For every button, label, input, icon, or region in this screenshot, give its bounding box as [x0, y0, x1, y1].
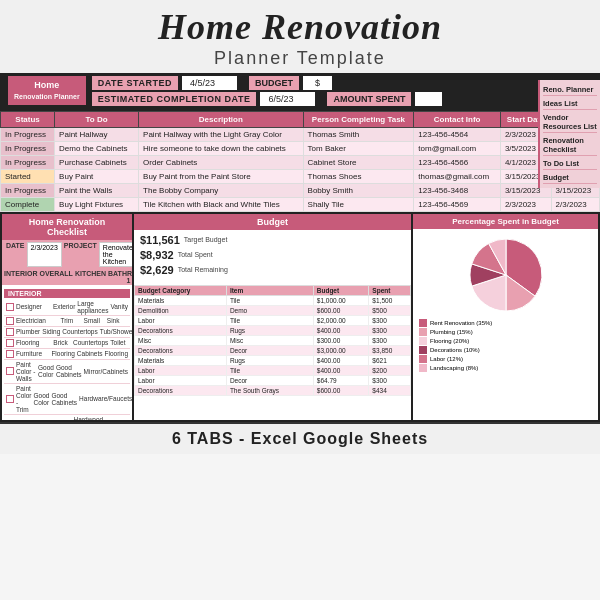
- pie-chart-area: [413, 229, 598, 317]
- pie-legend-item: Rent Renovation (35%): [419, 319, 592, 327]
- checklist-project[interactable]: Renovate the Kitchen: [99, 242, 132, 267]
- table-cell: Hire someone to take down the cabinets: [139, 141, 304, 155]
- amount-spent-group: AMOUNT SPENT: [327, 92, 442, 106]
- table-cell: Tile Kitchen with Black and White Tiles: [139, 197, 304, 211]
- checklist-checkbox[interactable]: [6, 303, 14, 311]
- col-status: Status: [1, 111, 55, 127]
- budget-cell: $600.00: [313, 305, 369, 315]
- date-started-row: DATE STARTED 4/5/23 BUDGET $: [92, 76, 592, 90]
- table-cell: 123-456-3468: [414, 183, 501, 197]
- pie-legend-label: Plumbing (15%): [430, 329, 473, 335]
- checklist-panel: Home Renovation Checklist DATE 2/3/2023 …: [2, 214, 132, 420]
- project-field-label: PROJECT: [64, 242, 97, 267]
- pie-legend: Rent Renovation (35%) Plumbing (15%) Flo…: [413, 317, 598, 374]
- budget-cell: The South Grays: [226, 385, 313, 395]
- pie-legend-color: [419, 328, 427, 336]
- table-cell: The Bobby Company: [139, 183, 304, 197]
- sidebar-item[interactable]: Renovation Checklist: [543, 135, 597, 156]
- pie-legend-color: [419, 337, 427, 345]
- budget-cell: Misc: [135, 335, 227, 345]
- budget-row: DemolitionDemo$600.00$500: [135, 305, 411, 315]
- completion-label: ESTIMATED COMPLETION DATE: [92, 92, 257, 106]
- col-person: Person Completing Task: [303, 111, 414, 127]
- table-row: StartedBuy PaintBuy Paint from the Paint…: [1, 169, 600, 183]
- checklist-item: Electrician: [16, 317, 58, 324]
- budget-row: LaborDecor$64.79$300: [135, 375, 411, 385]
- list-item: Plumber Siding Countertops Tub/Shower: [4, 327, 130, 338]
- pie-legend-item: Labor (12%): [419, 355, 592, 363]
- logo: Home Renovation Planner: [8, 76, 86, 106]
- amount-spent-label: AMOUNT SPENT: [327, 92, 411, 106]
- checklist-overall: Good Color: [38, 364, 54, 378]
- info-bar: Home Renovation Planner DATE STARTED 4/5…: [0, 73, 600, 109]
- checklist-overall: Flooring: [51, 350, 74, 357]
- checklist-header: Home Renovation Checklist: [2, 214, 132, 240]
- pie-legend-color: [419, 355, 427, 363]
- checklist-bathroom: Toilet: [110, 339, 128, 346]
- budget-col-header: Budget Category: [135, 285, 227, 295]
- budget-row: MaterialsRugs$400.00$621: [135, 355, 411, 365]
- pie-svg: [466, 235, 546, 315]
- budget-row: LaborTile$2,000.00$300: [135, 315, 411, 325]
- main-table: Status To Do Description Person Completi…: [0, 111, 600, 212]
- sidebar-item[interactable]: Reno. Planner: [543, 84, 597, 96]
- checklist-checkbox[interactable]: [6, 317, 14, 325]
- checklist-checkbox[interactable]: [6, 328, 14, 336]
- checklist-checkbox[interactable]: [6, 339, 14, 347]
- budget-table: Budget CategoryItemBudgetSpent Materials…: [134, 285, 411, 396]
- budget-cell: $300: [369, 335, 411, 345]
- sidebar-item[interactable]: Ideas List: [543, 98, 597, 110]
- sidebar-item[interactable]: To Do List: [543, 158, 597, 170]
- checklist-cols: INTERIOR OVERALL KITCHEN BATHROOM 1: [2, 269, 132, 285]
- date-field-label: DATE: [6, 242, 25, 267]
- table-cell: Cabinet Store: [303, 155, 414, 169]
- checklist-item: Paint Color - Walls: [16, 361, 36, 382]
- table-cell: tom@gmail.com: [414, 141, 501, 155]
- budget-cell: Misc: [226, 335, 313, 345]
- remaining-amount: $2,629: [140, 264, 174, 276]
- table-cell: In Progress: [1, 183, 55, 197]
- sidebar-item[interactable]: Vendor Resources List: [543, 112, 597, 133]
- table-cell: Paint Hallway with the Light Gray Color: [139, 127, 304, 141]
- budget-panel: Budget $11,561 Target Budget $8,932 Tota…: [134, 214, 411, 420]
- pie-legend-color: [419, 364, 427, 372]
- spent-desc: Total Spent: [178, 251, 213, 258]
- budget-cell: $621: [369, 355, 411, 365]
- col-interior: INTERIOR: [4, 270, 37, 284]
- checklist-checkbox[interactable]: [6, 350, 14, 358]
- pie-legend-color: [419, 319, 427, 327]
- header: Home Renovation Planner Template: [0, 0, 600, 73]
- checklist-section-title: INTERIOR: [4, 289, 130, 298]
- col-description: Description: [139, 111, 304, 127]
- checklist-kitchen: Hardwood - Laminate: [74, 416, 104, 420]
- budget-cell: $3,000.00: [313, 345, 369, 355]
- checklist-bathroom: Mirror/Cabinets: [84, 368, 128, 375]
- budget-header: Budget: [134, 214, 411, 230]
- budget-cell: $400.00: [313, 355, 369, 365]
- budget-cell: Decorations: [135, 325, 227, 335]
- table-cell: Thomas Smith: [303, 127, 414, 141]
- budget-label: BUDGET: [249, 76, 299, 90]
- sidebar-item[interactable]: Budget: [543, 172, 597, 184]
- checklist-overall: Trim: [60, 317, 81, 324]
- checklist-date[interactable]: 2/3/2023: [27, 242, 62, 267]
- checklist-bathroom: Tub/Shower: [100, 328, 132, 335]
- budget-cell: Rugs: [226, 325, 313, 335]
- checklist-checkbox[interactable]: [6, 367, 14, 375]
- total-remaining: $2,629 Total Remaining: [140, 264, 405, 276]
- checklist-overall: Siding: [42, 328, 60, 335]
- col-kitchen: KITCHEN: [75, 270, 106, 284]
- list-item: Flooring Brick Countertops Toilet: [4, 338, 130, 349]
- checklist-checkbox[interactable]: [6, 395, 14, 403]
- budget-cell: Decorations: [135, 345, 227, 355]
- budget-col-header: Budget: [313, 285, 369, 295]
- budget-col-header: Spent: [369, 285, 411, 295]
- table-cell: 123-456-4569: [414, 197, 501, 211]
- completion-row: ESTIMATED COMPLETION DATE 6/5/23 AMOUNT …: [92, 92, 592, 106]
- budget-cell: Demolition: [135, 305, 227, 315]
- pie-legend-label: Decorations (10%): [430, 347, 480, 353]
- checklist-bathroom: Vanity: [110, 303, 128, 310]
- budget-row: MiscMisc$300.00$300: [135, 335, 411, 345]
- budget-col-header: Item: [226, 285, 313, 295]
- checklist-kitchen: Cabinets: [77, 350, 103, 357]
